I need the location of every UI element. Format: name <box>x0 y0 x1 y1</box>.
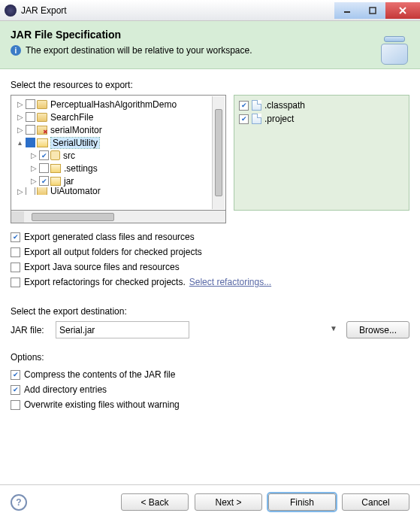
option-label-2: Overwrite existing files without warning <box>24 399 180 410</box>
tree-item-label: SearchFile <box>50 112 93 123</box>
file-row[interactable]: .project <box>239 112 404 126</box>
header-banner: JAR File Specification i The export dest… <box>0 21 420 69</box>
export-option-checkbox-2[interactable] <box>11 263 20 272</box>
resource-tree[interactable]: ▷PerceptualHashAlgorithmDemo▷SearchFile▷… <box>11 95 226 211</box>
proj-open-icon <box>37 138 48 147</box>
tree-checkbox[interactable] <box>26 112 35 122</box>
expand-icon[interactable]: ▷ <box>16 187 24 195</box>
back-button[interactable]: < Back <box>121 493 189 511</box>
options-label: Options: <box>11 352 409 363</box>
proj-icon <box>37 113 47 122</box>
folder-icon <box>50 177 61 186</box>
tree-item[interactable]: ▷src <box>13 149 224 162</box>
export-option-checkbox-0[interactable] <box>11 232 20 242</box>
option-checkbox-0[interactable] <box>11 370 20 380</box>
tree-checkbox[interactable] <box>39 176 49 186</box>
option-checkbox-1[interactable] <box>11 385 20 395</box>
tree-item-label: UiAutomator <box>50 187 101 195</box>
tree-checkbox[interactable] <box>26 99 35 109</box>
tree-item-label: PerceptualHashAlgorithmDemo <box>50 99 177 110</box>
file-label: .project <box>264 114 294 124</box>
tree-item[interactable]: ▷SearchFile <box>13 111 224 123</box>
tree-checkbox[interactable] <box>26 187 35 195</box>
tree-item-label: SerialUtility <box>51 138 99 148</box>
folder-icon <box>50 164 61 173</box>
minimize-button[interactable] <box>334 2 360 19</box>
tree-item[interactable]: ▷UiAutomator <box>13 187 224 195</box>
svg-line-2 <box>400 8 406 14</box>
jar-file-input[interactable] <box>56 321 189 338</box>
option-label-1: Add directory entries <box>24 384 107 395</box>
proj-icon <box>37 187 47 195</box>
export-option-label-2: Export Java source files and resources <box>24 262 180 272</box>
option-checkbox-2[interactable] <box>11 400 20 410</box>
destination-label: Select the export destination: <box>11 306 409 317</box>
horizontal-scrollbar[interactable] <box>11 211 226 223</box>
next-button[interactable]: Next > <box>195 493 262 511</box>
file-row[interactable]: .classpath <box>239 99 404 112</box>
option-label-0: Compress the contents of the JAR file <box>24 369 175 380</box>
file-checkbox[interactable] <box>239 101 249 111</box>
window-title: JAR Export <box>21 5 334 16</box>
file-label: .classpath <box>264 100 305 111</box>
expand-icon[interactable]: ▷ <box>16 100 24 108</box>
tree-checkbox[interactable] <box>26 125 35 135</box>
file-list[interactable]: .classpath.project <box>234 95 409 211</box>
tree-item[interactable]: ▴SerialUtility <box>13 136 224 149</box>
page-heading: JAR File Specification <box>11 29 409 41</box>
expand-icon[interactable]: ▷ <box>16 113 24 121</box>
info-icon: i <box>11 45 21 56</box>
app-icon <box>5 5 17 17</box>
tree-item-label: .settings <box>64 163 98 174</box>
expand-icon[interactable]: ▷ <box>29 151 38 159</box>
jar-icon <box>381 33 411 65</box>
finish-button[interactable]: Finish <box>268 493 336 511</box>
proj-icon <box>37 100 47 109</box>
file-checkbox[interactable] <box>239 114 249 124</box>
tree-checkbox[interactable] <box>26 138 35 147</box>
pkg-icon <box>50 150 60 160</box>
svg-rect-1 <box>370 8 376 14</box>
tree-item[interactable]: ▷serialMonitor <box>13 123 224 136</box>
expand-icon[interactable]: ▷ <box>29 164 38 172</box>
dropdown-arrow-icon: ▼ <box>330 324 337 332</box>
resources-label: Select the resources to export: <box>11 80 409 90</box>
vertical-scrollbar[interactable] <box>212 96 225 209</box>
tree-item-label: src <box>63 150 75 161</box>
export-option-label-1: Export all output folders for checked pr… <box>24 247 202 257</box>
maximize-button[interactable] <box>360 2 385 19</box>
close-button[interactable] <box>385 2 420 19</box>
export-refactorings-label: Export refactorings for checked projects… <box>24 277 186 287</box>
file-icon <box>252 100 261 111</box>
tree-item[interactable]: ▷.settings <box>13 162 224 175</box>
expand-icon[interactable]: ▷ <box>29 177 38 185</box>
svg-line-3 <box>400 8 406 14</box>
export-refactorings-checkbox[interactable] <box>11 278 20 287</box>
tree-item[interactable]: ▷jar <box>13 175 224 187</box>
file-icon <box>252 114 261 124</box>
export-option-checkbox-1[interactable] <box>11 247 20 257</box>
cancel-button[interactable]: Cancel <box>342 493 409 511</box>
page-subtitle: The export destination will be relative … <box>26 45 252 56</box>
select-refactorings-link[interactable]: Select refactorings... <box>189 277 271 287</box>
tree-item[interactable]: ▷PerceptualHashAlgorithmDemo <box>13 98 224 111</box>
expand-icon[interactable]: ▷ <box>16 126 24 134</box>
proj-x-icon <box>37 126 47 135</box>
export-option-label-0: Export generated class files and resourc… <box>24 232 195 242</box>
jar-file-label: JAR file: <box>11 325 50 335</box>
tree-item-label: jar <box>64 176 74 187</box>
expand-icon[interactable]: ▴ <box>16 138 24 147</box>
browse-button[interactable]: Browse... <box>346 321 409 338</box>
help-button[interactable]: ? <box>11 494 27 511</box>
tree-item-label: serialMonitor <box>50 125 102 135</box>
tree-checkbox[interactable] <box>39 150 49 160</box>
tree-checkbox[interactable] <box>39 163 49 173</box>
